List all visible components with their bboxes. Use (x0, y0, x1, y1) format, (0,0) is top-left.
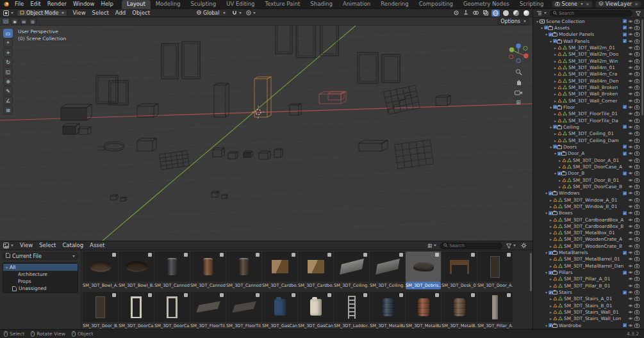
collection-checkbox[interactable]: ✓ (623, 105, 627, 109)
asset-scrollbar[interactable] (530, 253, 532, 291)
expand-arrow-icon[interactable]: ▸ (549, 204, 553, 209)
expand-arrow-icon[interactable]: ▾ (544, 191, 549, 195)
expand-arrow-icon[interactable]: ▾ (544, 323, 549, 328)
collection-checkbox[interactable]: ✓ (623, 19, 627, 23)
annotate-tool[interactable]: ✎ (3, 86, 13, 95)
asset-card[interactable]: SM_3DT_MetalB... (442, 292, 477, 331)
outliner-object-row[interactable]: ▸SM_3DT_DoorCase_B (533, 183, 644, 189)
collection-checkbox[interactable]: ✓ (623, 251, 627, 255)
viewport-canvas[interactable]: User Perspective (0) Scene Collection ▭⌖… (0, 26, 533, 241)
editor-type-3dview-icon[interactable] (2, 10, 15, 17)
disable-render-camera-icon[interactable] (634, 270, 640, 275)
expand-arrow-icon[interactable]: ▸ (553, 59, 557, 63)
rotate-tool[interactable]: ↻ (3, 58, 13, 67)
outliner-scrollbar[interactable] (641, 19, 643, 115)
asset-menu-asset[interactable]: Asset (87, 241, 108, 250)
hide-eye-icon[interactable] (628, 224, 633, 229)
catalog-architecture[interactable]: Architecture (3, 271, 78, 278)
hide-eye-icon[interactable] (628, 59, 633, 63)
hide-eye-icon[interactable] (628, 237, 633, 241)
hide-eye-icon[interactable] (628, 79, 633, 83)
asset-card[interactable]: SM_3DT_Pillar_A... (477, 292, 513, 331)
asset-filter-funnel-icon[interactable] (505, 242, 517, 249)
outliner-object-row[interactable]: ▸SM_3DT_MetalBarrel_Dan (533, 262, 644, 269)
viewport-menu-select[interactable]: Select (89, 9, 112, 17)
asset-card[interactable]: SM_3DT_Ladder... (334, 292, 369, 331)
hide-eye-icon[interactable] (628, 45, 633, 50)
outliner-object-row[interactable]: ▸SM_3DT_MetalBox_01 (533, 230, 644, 236)
hide-eye-icon[interactable] (628, 250, 633, 255)
hide-eye-icon[interactable] (628, 290, 633, 294)
asset-card[interactable]: SM_3DT_Canned... (190, 252, 226, 291)
hide-eye-icon[interactable] (628, 85, 633, 90)
hide-eye-icon[interactable] (628, 65, 633, 70)
asset-search-input[interactable] (449, 243, 499, 248)
disable-render-camera-icon[interactable] (634, 316, 640, 321)
hide-eye-icon[interactable] (628, 310, 633, 314)
select-mode-intersect-icon[interactable]: ▥ (29, 18, 37, 24)
outliner-object-row[interactable]: ▸SM_3DT_Pillar_B_01 (533, 282, 644, 289)
disable-render-camera-icon[interactable] (634, 72, 640, 76)
disable-render-camera-icon[interactable] (634, 198, 640, 202)
disable-render-camera-icon[interactable] (634, 218, 640, 222)
asset-card[interactable]: SM_3DT_DoorCa... (119, 292, 154, 331)
hide-eye-icon[interactable] (628, 165, 633, 169)
catalog-props[interactable]: Props (3, 278, 78, 285)
disable-render-camera-icon[interactable] (634, 264, 640, 268)
collection-checkbox[interactable]: ✓ (623, 152, 627, 156)
expand-arrow-icon[interactable]: ▾ (6, 265, 8, 270)
disable-render-camera-icon[interactable] (634, 211, 640, 215)
tab-texture-paint[interactable]: Texture Paint (260, 0, 306, 9)
disable-render-camera-icon[interactable] (634, 310, 640, 314)
expand-arrow-icon[interactable]: ▾ (544, 290, 549, 294)
hide-eye-icon[interactable] (628, 284, 633, 288)
expand-arrow-icon[interactable]: ▸ (553, 92, 557, 96)
add-cube-tool[interactable]: ⊞ (3, 106, 13, 115)
hide-eye-icon[interactable] (628, 125, 633, 129)
outliner-collection-row[interactable]: ▾✓Door_A✓ (533, 150, 644, 157)
asset-card[interactable]: SM_3DT_DoorCa... (154, 292, 190, 331)
disable-render-camera-icon[interactable] (634, 52, 640, 56)
outliner-collection-row[interactable]: ▾✓Door_B✓ (533, 170, 644, 177)
asset-card[interactable]: SM_3DT_Ceiling... (334, 252, 369, 291)
asset-menu-select[interactable]: Select (36, 241, 59, 250)
disable-render-camera-icon[interactable] (634, 65, 640, 70)
hide-eye-icon[interactable] (628, 244, 633, 248)
scene-unlink-button[interactable]: ✕ (586, 2, 590, 7)
disable-render-camera-icon[interactable] (634, 59, 640, 63)
tab-compositing[interactable]: Compositing (414, 0, 458, 9)
outliner-collection-row[interactable]: ▾✓MetalBarrels✓ (533, 249, 644, 255)
expand-arrow-icon[interactable]: ▸ (549, 224, 553, 229)
catalog-all[interactable]: ▾All (3, 264, 78, 271)
hide-eye-icon[interactable] (628, 19, 633, 24)
disable-render-camera-icon[interactable] (634, 26, 640, 30)
disable-render-camera-icon[interactable] (634, 290, 640, 294)
asset-card[interactable]: SM_3DT_Canned... (154, 252, 190, 291)
expand-arrow-icon[interactable]: ▸ (557, 178, 562, 182)
hide-eye-icon[interactable] (628, 230, 633, 235)
expand-arrow-icon[interactable]: ▸ (553, 111, 557, 116)
outliner-object-row[interactable]: ▸SM_3DT_Wall_Corner (533, 97, 644, 104)
disable-render-camera-icon[interactable] (634, 79, 640, 83)
hide-eye-icon[interactable] (628, 118, 633, 123)
disable-render-camera-icon[interactable] (634, 105, 640, 109)
expand-arrow-icon[interactable]: ▸ (549, 316, 553, 321)
outliner-collection-row[interactable]: ▾✓Doors✓ (533, 143, 644, 150)
disable-render-camera-icon[interactable] (634, 158, 640, 163)
show-gizmos-icon[interactable] (462, 10, 470, 17)
outliner-object-row[interactable]: ▸SM_3DT_CardboardBox_A (533, 216, 644, 223)
disable-render-camera-icon[interactable] (634, 204, 640, 209)
scale-tool[interactable]: ◱ (3, 67, 13, 76)
collection-checkbox[interactable]: ✓ (623, 211, 627, 215)
outliner-object-row[interactable]: ▸SM_3DT_Ceiling_Dam (533, 137, 644, 143)
shading-wireframe-button[interactable] (491, 10, 500, 17)
expand-arrow-icon[interactable]: ▸ (553, 45, 557, 50)
collection-checkbox[interactable]: ✓ (623, 172, 627, 175)
asset-card[interactable]: SM_3DT_Desk_01 (442, 252, 477, 291)
disable-render-camera-icon[interactable] (634, 237, 640, 241)
hide-eye-icon[interactable] (628, 303, 633, 308)
expand-arrow-icon[interactable]: ▸ (549, 296, 553, 301)
expand-arrow-icon[interactable]: ▸ (549, 198, 553, 202)
outliner-object-row[interactable]: ▸SM_3DT_Window_A_01 (533, 197, 644, 203)
hide-eye-icon[interactable] (628, 257, 633, 261)
